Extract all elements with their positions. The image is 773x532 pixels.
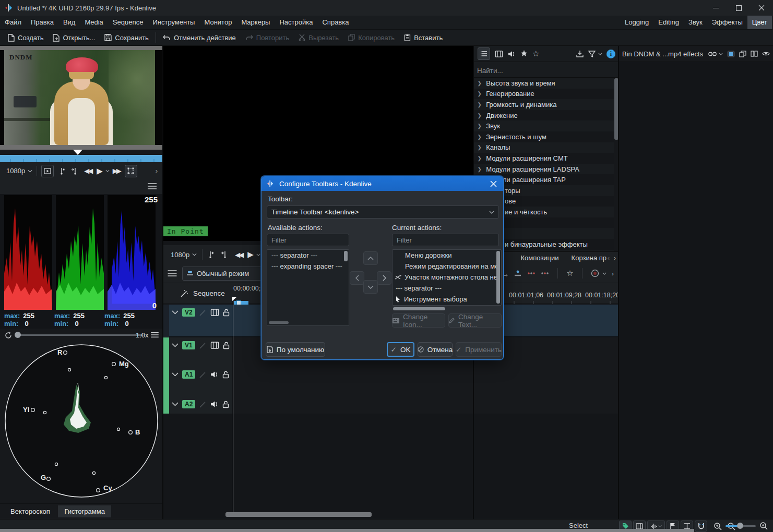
insert-zone-icon[interactable] xyxy=(514,270,522,276)
copy-button[interactable]: Копировать xyxy=(343,30,399,45)
redo-button[interactable]: Повторить xyxy=(241,30,294,45)
menu-media[interactable]: Media xyxy=(80,16,108,29)
refresh-icon[interactable] xyxy=(4,331,13,340)
current-actions-list[interactable]: Меню дорожки Режим редактирования на мо … xyxy=(392,249,502,306)
zone-mode-button[interactable] xyxy=(125,165,137,177)
play-options-chevron[interactable] xyxy=(105,170,110,172)
effects-list-view-icon[interactable] xyxy=(478,47,490,60)
mark-in-icon[interactable] xyxy=(208,251,215,258)
link-icon[interactable] xyxy=(708,52,717,56)
toolbar-select-dropdown[interactable]: Timeline Toolbar <kdenlive> xyxy=(267,205,499,219)
current-filter-input[interactable] xyxy=(392,234,499,246)
duplicate-icon[interactable] xyxy=(739,51,746,57)
menu-sequence[interactable]: Sequence xyxy=(108,16,148,29)
effect-category[interactable]: ❯Высота звука и время xyxy=(474,78,615,89)
tab-histogram[interactable]: Гистограмма xyxy=(58,505,111,517)
change-text-button[interactable]: Change Text... xyxy=(448,313,502,328)
list-item[interactable]: Меню дорожки xyxy=(393,250,501,261)
layout-color[interactable]: Цвет xyxy=(747,16,772,29)
zoom-fit-icon[interactable] xyxy=(713,522,722,530)
undo-button[interactable]: Отменить действие xyxy=(158,30,241,45)
paste-button[interactable]: Вставить xyxy=(399,30,447,45)
menu-help[interactable]: Справка xyxy=(317,16,353,29)
track-badge[interactable]: V2 xyxy=(182,308,195,317)
move-up-button[interactable] xyxy=(363,251,378,265)
mark-in-icon[interactable] xyxy=(59,167,66,175)
rewind-button[interactable]: ◀◀ xyxy=(235,251,242,259)
zoom-in-icon[interactable] xyxy=(759,522,768,530)
scope-menu-icon[interactable] xyxy=(148,183,157,190)
new-button[interactable]: Создать xyxy=(3,30,48,45)
menu-monitor[interactable]: Монитор xyxy=(199,16,236,29)
timeline-playhead-line[interactable] xyxy=(233,297,233,512)
download-effects-icon[interactable] xyxy=(576,50,584,57)
menu-edit[interactable]: Правка xyxy=(26,16,58,29)
mark-out-icon[interactable] xyxy=(70,167,78,175)
zoom-menu-icon[interactable] xyxy=(151,332,159,338)
lock-icon[interactable] xyxy=(223,342,230,349)
available-vscrollbar[interactable] xyxy=(344,251,348,261)
record-options-chevron[interactable] xyxy=(602,272,606,275)
move-left-button[interactable] xyxy=(350,271,364,285)
track-effects-icon[interactable] xyxy=(199,401,207,408)
link-options-chevron[interactable] xyxy=(719,53,723,55)
slider-handle[interactable] xyxy=(15,332,21,338)
ok-button[interactable]: ✓ OK xyxy=(387,342,414,357)
lock-icon[interactable] xyxy=(222,401,229,408)
timeline-menu-icon[interactable] xyxy=(168,270,177,277)
move-down-button[interactable] xyxy=(363,280,378,294)
play-options-chevron[interactable] xyxy=(256,253,260,256)
lift-zone-icon[interactable] xyxy=(541,271,549,275)
available-hscrollbar[interactable] xyxy=(269,321,289,324)
cut-button[interactable]: Вырезать xyxy=(294,30,343,45)
tab-project-bin[interactable]: Корзина пр xyxy=(565,252,608,264)
record-icon[interactable] xyxy=(591,269,599,277)
layout-effects[interactable]: Эффекты xyxy=(707,16,747,29)
apply-button[interactable]: ✓ Применить xyxy=(456,342,502,357)
open-button[interactable]: Открыть... xyxy=(48,30,100,45)
menu-file[interactable]: Файл xyxy=(0,16,26,29)
track-a1[interactable]: A1 xyxy=(163,367,619,396)
track-badge[interactable]: A2 xyxy=(182,400,195,408)
filter-icon[interactable] xyxy=(588,51,596,57)
video-track-icon[interactable] xyxy=(210,309,219,316)
minimize-button[interactable] xyxy=(704,0,727,16)
menu-markers[interactable]: Маркеры xyxy=(236,16,275,29)
effect-category[interactable]: ❯Звук xyxy=(474,120,615,131)
layout-logging[interactable]: Logging xyxy=(620,16,653,29)
menu-settings[interactable]: Настройка xyxy=(275,16,317,29)
track-effects-icon[interactable] xyxy=(199,342,207,349)
play-button[interactable]: ▶ xyxy=(97,166,103,176)
toolbar-overflow-icon[interactable]: › xyxy=(612,270,614,277)
filter-options-chevron[interactable] xyxy=(598,53,602,55)
extract-zone-icon[interactable] xyxy=(527,271,536,275)
maximize-button[interactable] xyxy=(727,0,750,16)
more-chevron-icon[interactable]: › xyxy=(156,167,158,175)
track-a2[interactable]: A2 xyxy=(163,396,619,414)
video-track-icon[interactable] xyxy=(210,342,219,349)
tab-vectorscope[interactable]: Вектороскоп xyxy=(4,505,56,517)
list-item[interactable]: Инструмент выбора xyxy=(393,294,501,305)
cancel-button[interactable]: Отмена xyxy=(418,342,453,357)
layout-editing[interactable]: Editing xyxy=(653,16,684,29)
lock-icon[interactable] xyxy=(222,371,229,379)
clip-scrub-bar[interactable] xyxy=(0,155,163,162)
list-item[interactable]: --- expanding spacer --- xyxy=(267,261,349,272)
forward-button[interactable]: ▶▶ xyxy=(113,167,120,175)
tab-scroll-right-icon[interactable]: › xyxy=(614,255,616,262)
snap-magnet-icon[interactable] xyxy=(695,521,707,531)
close-button[interactable] xyxy=(750,0,773,16)
effects-search-input[interactable] xyxy=(477,65,616,76)
split-view-icon[interactable] xyxy=(751,51,758,57)
thumbnail-view-icon[interactable] xyxy=(727,51,735,57)
effect-category[interactable]: ❯Движение xyxy=(474,110,615,121)
audio-track-icon[interactable] xyxy=(210,371,219,378)
effect-category[interactable]: ❯Каналы xyxy=(474,142,615,153)
favorites-star-icon[interactable]: ☆ xyxy=(532,49,539,58)
available-actions-list[interactable]: --- separator --- --- expanding spacer -… xyxy=(267,249,349,326)
current-vscrollbar[interactable] xyxy=(496,251,500,304)
list-item[interactable]: --- separator --- xyxy=(393,283,501,294)
menu-view[interactable]: Вид xyxy=(58,16,80,29)
defaults-button[interactable]: По умолчанию xyxy=(266,342,325,357)
track-effects-icon[interactable] xyxy=(199,309,207,317)
